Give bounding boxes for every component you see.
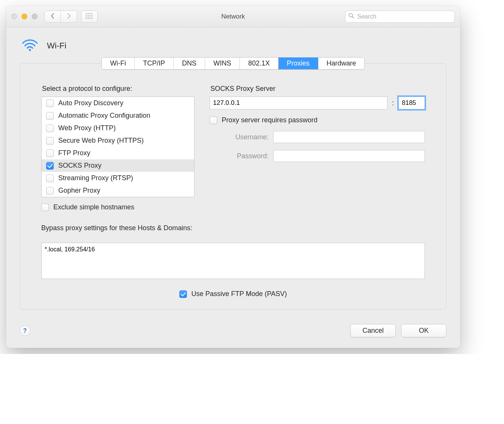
svg-point-7 [91,15,92,16]
protocol-columm: Select a protocol to configure: Auto Pro… [41,85,194,211]
svg-point-4 [86,15,87,16]
protocol-label: FTP Proxy [58,149,90,157]
protocol-row[interactable]: Automatic Proxy Configuration [42,109,194,122]
titlebar: Network [6,6,460,27]
minimize-dot-icon[interactable] [22,14,27,19]
protocol-checkbox[interactable] [46,150,54,157]
svg-point-5 [87,15,89,16]
protocol-label: Secure Web Proxy (HTTPS) [58,137,144,145]
search-input[interactable] [356,13,451,20]
protocol-label: Gopher Proxy [58,187,100,195]
pasv-checkbox[interactable] [179,290,187,298]
password-label: Password: [223,152,269,160]
svg-point-6 [89,15,90,16]
bypass-label: Bypass proxy settings for these Hosts & … [41,224,425,232]
svg-point-14 [29,49,31,51]
search-icon [348,13,354,20]
server-column: SOCKS Proxy Server : Proxy server requir… [210,85,425,211]
chevron-left-icon [51,13,54,20]
exclude-simple-checkbox[interactable] [41,204,49,211]
help-icon: ? [23,327,27,334]
protocol-row[interactable]: SOCKS Proxy [42,159,194,172]
host-port-separator: : [391,99,395,107]
ok-button[interactable]: OK [401,324,446,337]
footer: ? Cancel OK [6,319,460,348]
protocol-checkbox[interactable] [46,175,54,182]
pasv-label: Use Passive FTP Mode (PASV) [191,290,287,298]
protocol-row[interactable]: Auto Proxy Discovery [42,97,194,109]
protocol-row[interactable]: Web Proxy (HTTP) [42,122,194,134]
tab-8021x[interactable]: 802.1X [240,58,278,69]
server-heading: SOCKS Proxy Server [210,85,425,93]
wifi-icon [21,38,39,53]
exclude-simple-row[interactable]: Exclude simple hostnames [41,203,194,211]
protocol-checkbox[interactable] [46,112,54,120]
forward-button[interactable] [61,11,77,23]
protocol-checkbox[interactable] [46,125,54,132]
protocol-checkbox[interactable] [46,162,54,170]
protocol-row[interactable]: Secure Web Proxy (HTTPS) [42,134,194,147]
tabstrip: Wi-FiTCP/IPDNSWINS802.1XProxiesHardware [101,57,365,70]
username-label: Username: [223,133,269,141]
protocol-checkbox[interactable] [46,137,54,145]
proxy-port-input[interactable] [398,97,425,109]
toolbar-controls [44,11,98,23]
svg-point-11 [91,17,92,19]
tab-tcpip[interactable]: TCP/IP [135,58,174,69]
tab-wifi[interactable]: Wi-Fi [102,58,135,69]
close-dot-icon[interactable] [11,14,17,19]
protocol-row[interactable]: Streaming Proxy (RTSP) [42,172,194,184]
protocol-label: SOCKS Proxy [58,162,101,170]
show-all-button[interactable] [81,11,98,23]
requires-password-row[interactable]: Proxy server requires password [210,116,425,124]
exclude-simple-label: Exclude simple hostnames [53,203,134,211]
bypass-textarea[interactable] [41,243,425,279]
grid-icon [85,12,93,20]
tab-dns[interactable]: DNS [174,58,205,69]
svg-point-2 [89,13,90,14]
requires-password-checkbox[interactable] [210,117,217,124]
svg-point-8 [86,17,87,19]
tab-wins[interactable]: WINS [205,58,240,69]
interface-header: Wi-Fi [20,38,446,53]
tab-hardware[interactable]: Hardware [318,58,364,69]
back-button[interactable] [44,11,61,23]
traffic-lights [11,14,37,19]
svg-point-10 [89,17,90,19]
search-field[interactable] [345,11,455,23]
protocol-label: Automatic Proxy Configuration [58,112,150,120]
pasv-row[interactable]: Use Passive FTP Mode (PASV) [41,290,425,298]
interface-name: Wi-Fi [47,41,66,51]
protocol-list[interactable]: Auto Proxy DiscoveryAutomatic Proxy Conf… [41,97,194,197]
protocol-label: Web Proxy (HTTP) [58,124,116,132]
chevron-right-icon [67,13,71,20]
svg-point-9 [87,17,89,19]
cancel-button[interactable]: Cancel [350,324,396,337]
svg-point-1 [87,13,89,14]
proxy-host-input[interactable] [210,97,387,109]
username-input[interactable] [273,131,425,143]
protocols-label: Select a protocol to configure: [42,85,194,93]
network-window: Network Wi-Fi Wi-FiTCP/IPDNSWINS802.1XPr… [6,6,460,348]
svg-point-12 [349,13,352,17]
tab-proxies[interactable]: Proxies [278,58,318,69]
settings-panel: Wi-FiTCP/IPDNSWINS802.1XProxiesHardware … [20,63,446,310]
protocol-label: Auto Proxy Discovery [58,99,123,107]
protocol-row[interactable]: FTP Proxy [42,147,194,159]
protocol-row[interactable]: Gopher Proxy [42,184,194,197]
help-button[interactable]: ? [20,326,30,336]
protocol-checkbox[interactable] [46,100,54,107]
protocol-checkbox[interactable] [46,187,54,195]
protocol-label: Streaming Proxy (RTSP) [58,174,133,182]
password-input[interactable] [273,150,425,162]
svg-point-3 [91,13,92,14]
svg-point-0 [86,13,87,14]
requires-password-label: Proxy server requires password [222,116,317,124]
body: Wi-Fi Wi-FiTCP/IPDNSWINS802.1XProxiesHar… [6,27,460,319]
svg-line-13 [352,16,354,18]
zoom-dot-icon[interactable] [32,14,37,19]
